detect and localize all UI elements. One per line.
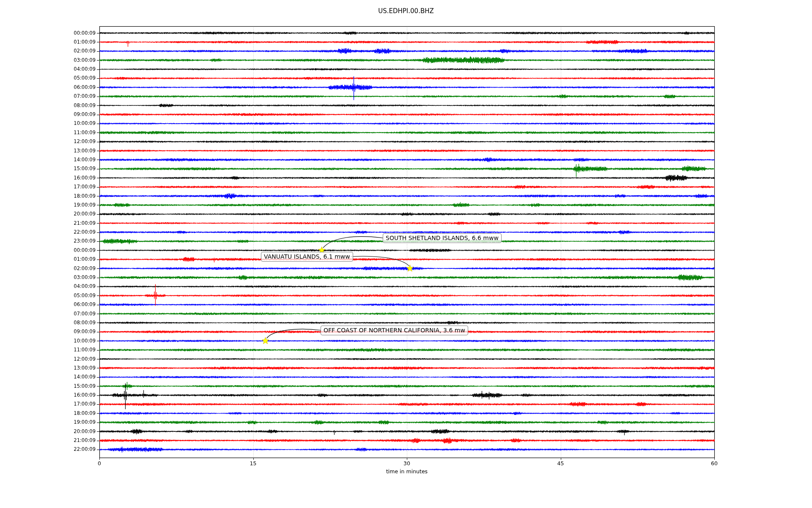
y-tick-label: 14:00:09	[0, 374, 96, 380]
y-tick-label: 21:00:09	[0, 437, 96, 443]
y-tick-label: 02:00:09	[0, 265, 96, 271]
y-tick-label: 09:00:09	[0, 329, 96, 334]
y-tick-label: 04:00:09	[0, 66, 96, 72]
y-tick-label: 17:00:09	[0, 401, 96, 407]
y-tick-label: 13:00:09	[0, 365, 96, 371]
y-tick-label: 07:00:09	[0, 311, 96, 317]
event-annotation-box: SOUTH SHETLAND ISLANDS, 6.6 mww	[383, 233, 502, 243]
y-tick-label: 12:00:09	[0, 138, 96, 144]
y-tick-label: 18:00:09	[0, 410, 96, 416]
y-tick-label: 23:00:09	[0, 238, 96, 244]
y-tick-label: 19:00:09	[0, 202, 96, 208]
y-tick-label: 10:00:09	[0, 338, 96, 344]
event-annotation-box: VANUATU ISLANDS, 6.1 mww	[261, 252, 353, 262]
y-tick-label: 08:00:09	[0, 102, 96, 108]
y-tick-label: 05:00:09	[0, 293, 96, 298]
y-tick-label: 17:00:09	[0, 184, 96, 190]
y-tick-label: 00:00:09	[0, 30, 96, 36]
x-axis-title: time in minutes	[99, 468, 714, 475]
y-tick-label: 01:00:09	[0, 39, 96, 45]
y-tick-label: 21:00:09	[0, 220, 96, 226]
y-tick-label: 15:00:09	[0, 383, 96, 389]
y-tick-label: 08:00:09	[0, 320, 96, 326]
y-tick-label: 11:00:09	[0, 130, 96, 135]
seismogram-plot-canvas	[0, 0, 812, 508]
x-tick-label: 0	[89, 460, 110, 467]
y-tick-label: 22:00:09	[0, 229, 96, 235]
y-tick-label: 05:00:09	[0, 75, 96, 81]
y-tick-label: 14:00:09	[0, 157, 96, 163]
event-annotation-box: OFF COAST OF NORTHERN CALIFORNIA, 3.6 mw	[321, 326, 468, 335]
figure-title: US.EDHPI.00.BHZ	[0, 7, 812, 15]
y-tick-label: 01:00:09	[0, 256, 96, 262]
y-tick-label: 04:00:09	[0, 283, 96, 289]
y-tick-label: 07:00:09	[0, 93, 96, 99]
y-tick-label: 15:00:09	[0, 166, 96, 171]
y-tick-label: 20:00:09	[0, 211, 96, 217]
y-tick-label: 09:00:09	[0, 111, 96, 117]
helicorder-figure: US.EDHPI.00.BHZ 00:00:0901:00:0902:00:09…	[0, 0, 812, 508]
y-tick-label: 10:00:09	[0, 120, 96, 126]
y-tick-label: 16:00:09	[0, 392, 96, 398]
x-tick-label: 30	[397, 460, 417, 467]
y-tick-label: 02:00:09	[0, 48, 96, 54]
y-tick-label: 19:00:09	[0, 419, 96, 425]
x-tick-label: 60	[704, 460, 724, 467]
y-tick-label: 11:00:09	[0, 347, 96, 353]
x-tick-label: 45	[551, 460, 571, 467]
x-tick-label: 15	[243, 460, 263, 467]
y-tick-label: 03:00:09	[0, 57, 96, 63]
y-tick-label: 22:00:09	[0, 446, 96, 452]
y-tick-label: 06:00:09	[0, 301, 96, 307]
y-tick-label: 18:00:09	[0, 193, 96, 199]
y-tick-label: 00:00:09	[0, 247, 96, 253]
y-tick-label: 16:00:09	[0, 175, 96, 181]
y-tick-label: 06:00:09	[0, 84, 96, 90]
y-tick-label: 12:00:09	[0, 356, 96, 362]
y-tick-label: 13:00:09	[0, 148, 96, 154]
y-tick-label: 20:00:09	[0, 428, 96, 434]
y-tick-label: 03:00:09	[0, 274, 96, 280]
